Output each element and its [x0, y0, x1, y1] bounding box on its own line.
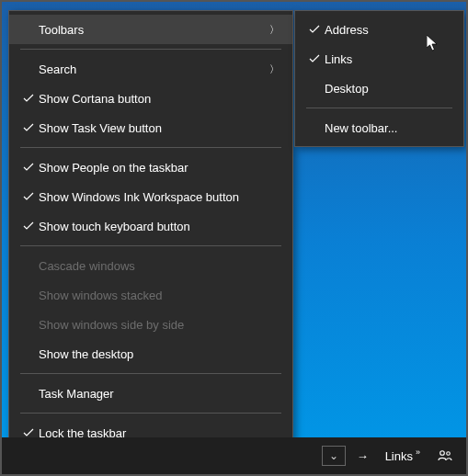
chevron-expand-icon: » — [416, 448, 420, 457]
check-icon — [304, 24, 325, 35]
check-icon — [18, 162, 39, 173]
menu-label: New toolbar... — [325, 121, 451, 135]
submenu-item-links[interactable]: Links — [295, 44, 463, 74]
menu-label: Address — [325, 23, 451, 37]
menu-label: Show People on the taskbar — [39, 161, 280, 175]
svg-point-10 — [447, 452, 451, 456]
menu-item-taskview[interactable]: Show Task View button — [9, 113, 292, 142]
people-button[interactable] — [431, 443, 459, 469]
submenu-item-desktop[interactable]: Desktop — [295, 74, 463, 103]
menu-label: Task Manager — [39, 387, 280, 401]
menu-separator — [20, 245, 281, 246]
taskbar[interactable]: ⌄ → Links » — [2, 437, 466, 474]
menu-separator — [20, 49, 281, 50]
menu-label: Toolbars — [39, 23, 268, 37]
submenu-arrow-icon: 〉 — [268, 23, 280, 37]
menu-item-show-desktop[interactable]: Show the desktop — [9, 339, 292, 368]
chevron-down-icon: ⌄ — [329, 449, 338, 462]
menu-label: Desktop — [325, 82, 451, 96]
menu-label: Show Task View button — [39, 121, 280, 135]
check-icon — [304, 53, 325, 64]
menu-item-toolbars[interactable]: Toolbars 〉 — [9, 15, 292, 44]
submenu-arrow-icon: 〉 — [268, 62, 280, 76]
check-icon — [18, 221, 39, 232]
menu-item-cascade: Cascade windows — [9, 251, 292, 280]
check-icon — [18, 191, 39, 202]
menu-item-stacked: Show windows stacked — [9, 280, 292, 310]
address-toolbar-dropdown[interactable]: ⌄ — [322, 446, 346, 466]
menu-separator — [306, 108, 452, 108]
menu-label: Cascade windows — [39, 259, 280, 273]
menu-label: Show Windows Ink Workspace button — [39, 190, 280, 204]
taskbar-context-menu: Toolbars 〉 Search 〉 Show Cortana button … — [8, 10, 293, 476]
menu-item-search[interactable]: Search 〉 — [9, 54, 292, 84]
menu-label: Search — [39, 62, 268, 76]
menu-separator — [20, 373, 281, 374]
check-icon — [18, 93, 39, 104]
address-toolbar-go[interactable]: → — [351, 443, 374, 469]
menu-item-task-manager[interactable]: Task Manager — [9, 379, 292, 408]
menu-separator — [20, 147, 281, 148]
menu-label: Links — [325, 52, 451, 66]
toolbars-submenu: Address Links Desktop New toolbar... — [294, 10, 464, 147]
menu-item-sidebyside: Show windows side by side — [9, 310, 292, 339]
menu-label: Show Cortana button — [39, 92, 280, 106]
menu-label: Show windows side by side — [39, 318, 280, 332]
menu-label: Show touch keyboard button — [39, 220, 280, 233]
check-icon — [18, 122, 39, 133]
menu-item-people[interactable]: Show People on the taskbar — [9, 153, 292, 182]
menu-item-touch-keyboard[interactable]: Show touch keyboard button — [9, 211, 292, 241]
menu-item-ink[interactable]: Show Windows Ink Workspace button — [9, 182, 292, 211]
svg-point-9 — [440, 451, 445, 456]
arrow-right-icon: → — [357, 449, 369, 463]
submenu-item-new-toolbar[interactable]: New toolbar... — [295, 113, 463, 142]
people-icon — [437, 448, 453, 464]
submenu-item-address[interactable]: Address — [295, 15, 463, 44]
menu-label: Show windows stacked — [39, 289, 280, 302]
menu-separator — [20, 413, 281, 414]
links-toolbar[interactable]: Links » — [380, 443, 426, 469]
toolbar-label: Links — [385, 449, 413, 463]
menu-label: Show the desktop — [39, 347, 280, 361]
menu-item-cortana[interactable]: Show Cortana button — [9, 84, 292, 113]
